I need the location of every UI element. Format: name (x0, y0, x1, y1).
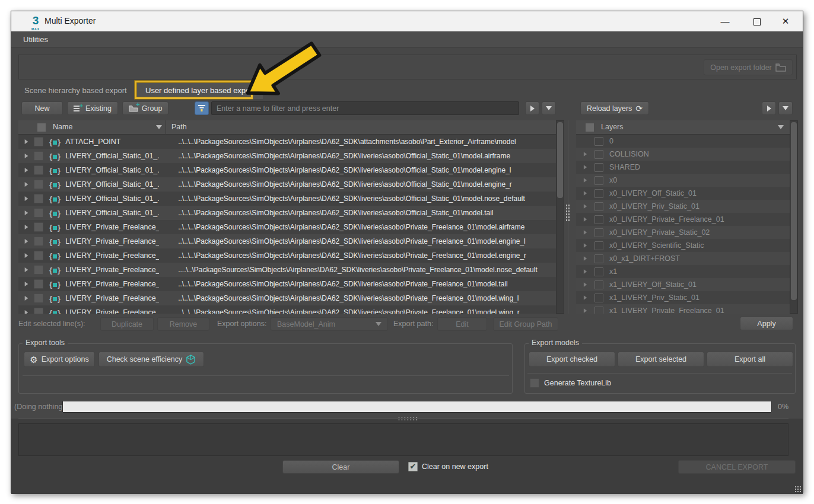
expand-icon[interactable] (584, 256, 587, 261)
layer-row[interactable]: x0_LIVERY_Off_Static_01 (576, 187, 790, 200)
row-checkbox[interactable] (34, 265, 43, 275)
table-scrollbar-thumb[interactable] (557, 122, 563, 198)
clear-log-button[interactable]: Clear (282, 460, 399, 474)
layer-row[interactable]: x0_LIVERY_Scientific_Static (576, 239, 790, 252)
expand-icon[interactable] (584, 178, 587, 183)
layer-checkbox[interactable] (594, 163, 603, 172)
layers-select-all-checkbox[interactable] (585, 123, 594, 132)
layer-checkbox[interactable] (594, 176, 603, 185)
expand-icon[interactable] (25, 310, 28, 314)
layers-dropdown-button[interactable] (778, 101, 793, 115)
expand-icon[interactable] (584, 152, 587, 157)
dropdown-actions-button[interactable] (542, 101, 556, 115)
filter-input[interactable] (211, 101, 519, 115)
table-scrollbar[interactable] (556, 120, 564, 314)
cancel-export-button[interactable]: CANCEL EXPORT (678, 460, 796, 474)
expand-actions-button[interactable] (525, 101, 539, 115)
expand-icon[interactable] (25, 154, 28, 158)
tab-user-defined-layer[interactable]: User defined layer based export (137, 81, 263, 99)
layer-row[interactable]: x1_LIVERY_Off_Static_01 (576, 278, 790, 291)
expand-icon[interactable] (25, 225, 28, 229)
layer-row[interactable]: x0_x1_DIRT+FROST (576, 252, 790, 265)
layer-checkbox[interactable] (594, 254, 603, 263)
expand-icon[interactable] (584, 204, 587, 209)
reload-layers-button[interactable]: Reload layers ⟳ (580, 101, 649, 115)
expand-icon[interactable] (25, 296, 28, 301)
expand-icon[interactable] (584, 243, 587, 248)
expand-icon[interactable] (25, 239, 28, 244)
layer-checkbox[interactable] (594, 294, 603, 302)
expand-icon[interactable] (25, 253, 28, 258)
expand-icon[interactable] (584, 308, 587, 313)
new-button[interactable]: New (21, 101, 63, 115)
resize-grip[interactable] (794, 486, 801, 492)
expand-icon[interactable] (584, 282, 587, 287)
table-row[interactable]: {}LIVERY_Private_Freelance_.....\..\..\P… (18, 305, 556, 314)
expand-icon[interactable] (25, 196, 28, 201)
layer-checkbox[interactable] (594, 241, 603, 250)
layer-checkbox[interactable] (594, 150, 603, 159)
edit-path-button[interactable]: Edit (437, 317, 487, 331)
splitter-grip[interactable] (398, 416, 418, 420)
tab-scene-hierarchy[interactable]: Scene hierarchy based export (16, 81, 135, 99)
table-row[interactable]: {}LIVERY_Official_Static_01_.....\..\..\… (18, 192, 556, 206)
table-row[interactable]: {}LIVERY_Private_Freelance_.....\..\..\P… (18, 291, 556, 305)
group-button[interactable]: + Group (122, 101, 168, 115)
export-options-select[interactable]: BaseModel_Anim (271, 317, 388, 331)
expand-icon[interactable] (584, 295, 587, 300)
expand-icon[interactable] (584, 165, 587, 170)
column-path[interactable]: Path (171, 123, 187, 131)
row-checkbox[interactable] (34, 194, 43, 203)
layer-checkbox[interactable] (594, 267, 603, 276)
expand-icon[interactable] (25, 182, 28, 187)
remove-button[interactable]: Remove (157, 317, 209, 331)
layers-scrollbar-thumb[interactable] (791, 122, 797, 300)
layer-checkbox[interactable] (594, 307, 603, 314)
expand-icon[interactable] (25, 210, 28, 215)
close-button[interactable]: ✕ (772, 11, 799, 31)
existing-button[interactable]: + Existing (67, 101, 118, 115)
table-row[interactable]: {}LIVERY_Private_Freelance_.......\..\Pa… (18, 263, 556, 277)
row-checkbox[interactable] (34, 308, 43, 314)
select-all-checkbox[interactable] (37, 123, 46, 132)
expand-icon[interactable] (25, 267, 28, 272)
row-checkbox[interactable] (34, 237, 43, 246)
check-scene-efficiency-button[interactable]: Check scene efficiency (98, 352, 204, 367)
table-row[interactable]: {}LIVERY_Private_Freelance_.....\..\..\P… (18, 277, 556, 291)
layer-row[interactable]: x0_LIVERY_Private_Freelance_01 (576, 213, 790, 226)
layers-expand-button[interactable] (762, 101, 776, 115)
export-checked-button[interactable]: Export checked (529, 352, 615, 367)
table-row[interactable]: {}LIVERY_Official_Static_01_.....\..\..\… (18, 163, 556, 177)
maximize-button[interactable] (743, 11, 771, 31)
table-row[interactable]: {}LIVERY_Official_Static_01_.....\..\..\… (18, 177, 556, 192)
layer-row[interactable]: x1_LIVERY_Priv_Static_01 (576, 291, 790, 304)
row-checkbox[interactable] (34, 294, 43, 303)
layer-row[interactable]: 0 (576, 135, 790, 148)
layer-row[interactable]: x0_LIVERY_Private_Static_02 (576, 226, 790, 239)
row-checkbox[interactable] (34, 165, 43, 175)
open-export-folder-button[interactable]: Open export folder (704, 59, 793, 75)
row-checkbox[interactable] (34, 251, 43, 260)
row-checkbox[interactable] (34, 137, 43, 146)
layer-checkbox[interactable] (594, 202, 603, 211)
layer-checkbox[interactable] (594, 215, 603, 224)
expand-icon[interactable] (584, 191, 587, 196)
duplicate-button[interactable]: Duplicate (100, 317, 154, 331)
row-checkbox[interactable] (34, 279, 43, 289)
table-row[interactable]: {}LIVERY_Official_Static_01_.....\..\..\… (18, 206, 556, 220)
layer-row[interactable]: COLLISION (576, 148, 790, 161)
generate-texturelib-checkbox[interactable] (530, 378, 539, 388)
row-checkbox[interactable] (34, 151, 43, 161)
layer-row[interactable]: SHARED (576, 161, 790, 174)
layer-checkbox[interactable] (594, 137, 603, 146)
table-row[interactable]: {}LIVERY_Private_Freelance_.....\..\..\P… (18, 248, 556, 263)
layer-row[interactable]: x1_LIVERY_Private_Freelance_01 (576, 304, 790, 314)
edit-group-path-button[interactable]: Edit Group Path (493, 317, 558, 331)
row-checkbox[interactable] (34, 180, 43, 189)
layer-row[interactable]: x1 (576, 265, 790, 278)
clear-on-new-export-checkbox[interactable]: ✔ (408, 462, 418, 471)
table-row[interactable]: {}ATTACH_POINT..\..\..\PackageSources\Si… (18, 135, 556, 149)
expand-icon[interactable] (584, 230, 587, 235)
sort-icon[interactable] (778, 125, 784, 129)
layers-column[interactable]: Layers (601, 123, 624, 131)
